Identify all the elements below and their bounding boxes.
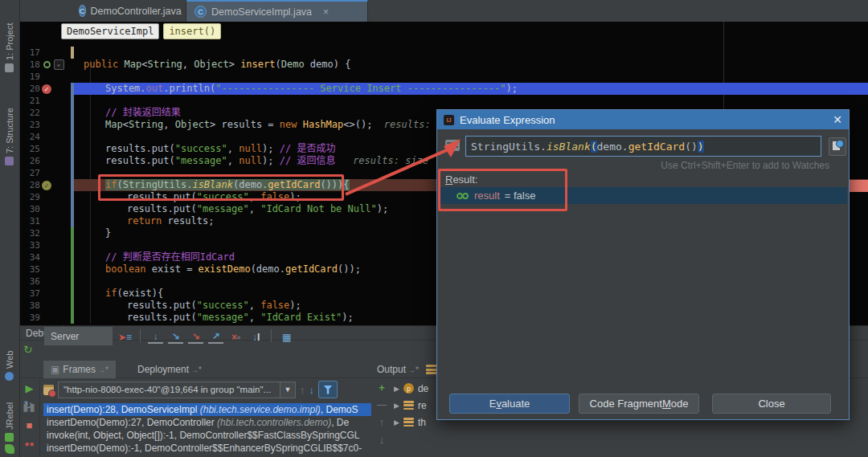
hide-library-frames-button[interactable]: [318, 381, 338, 398]
fold-slot: [53, 227, 64, 239]
result-row[interactable]: result = false: [439, 187, 847, 204]
left-toolwindow-bar: 1: Project 7: Structure Web JRebel: [0, 0, 20, 457]
step-into-icon[interactable]: ↘: [168, 328, 183, 344]
line-number: 30: [19, 203, 40, 215]
token: );: [342, 312, 353, 323]
step-over-icon[interactable]: ↓: [148, 328, 163, 344]
stack-frame-row[interactable]: insertDemo(Demo):27, DemoController (hbi…: [43, 416, 371, 429]
previous-frame-icon[interactable]: ↑: [300, 384, 305, 396]
expression-input[interactable]: StringUtils.isBlank(demo.getIdCard()): [465, 136, 821, 157]
token: ,: [182, 59, 194, 70]
frame-main: insertDemo(Demo):27, DemoController: [47, 417, 217, 428]
evaluate-expression-icon[interactable]: ▦: [279, 328, 294, 343]
gutter-icon-slot[interactable]: [40, 59, 53, 71]
tab-deployment[interactable]: Deployment→*: [130, 361, 209, 378]
code-line[interactable]: 17: [19, 47, 868, 59]
toolwindow-jrebel[interactable]: JRebel: [0, 395, 19, 442]
fold-slot[interactable]: ⌄: [53, 59, 64, 71]
gutter-icon-slot[interactable]: ✓: [40, 179, 53, 191]
rerun-icon[interactable]: ↻: [23, 343, 33, 356]
code-line[interactable]: 18⌄public Map<String, Object> insert(Dem…: [19, 59, 868, 71]
token: <: [123, 119, 129, 130]
close-icon[interactable]: ×: [323, 6, 329, 18]
token: insert: [240, 59, 275, 70]
code-line[interactable]: 20✓System.out.println("---------------- …: [19, 83, 868, 95]
tab-label: DemoServiceImpl.java: [211, 6, 312, 18]
line-number: 33: [19, 239, 40, 251]
resume-icon[interactable]: ▶: [26, 383, 34, 394]
ide-window: 1: Project 7: Structure Web JRebel C Dem…: [0, 0, 868, 457]
step-icons: ➤≡↓↘↘↗×▫↓I▦: [117, 328, 294, 344]
fold-icon[interactable]: ⌄: [54, 59, 64, 70]
line-number: 17: [19, 47, 40, 59]
stop-icon[interactable]: ■: [27, 420, 33, 431]
icon-part: ↘: [192, 331, 200, 342]
icon-part: ↓: [154, 331, 158, 342]
tab-democontroller[interactable]: C DemoController.java ×: [71, 0, 186, 22]
expand-icon[interactable]: ▶: [394, 418, 399, 426]
frames-icon: ▣: [51, 364, 59, 375]
close-button[interactable]: Close: [712, 394, 831, 414]
drop-frame-icon[interactable]: ×▫: [228, 328, 244, 343]
new-watch-icon[interactable]: +: [379, 382, 385, 394]
token: Demo: [281, 59, 305, 70]
fold-slot: [53, 179, 64, 191]
breadcrumb-class-chip[interactable]: DemoServiceImpl: [61, 23, 159, 39]
scroll-up-icon[interactable]: ↑: [379, 416, 385, 428]
gutter-icon-slot: [40, 95, 53, 107]
toolwindow-structure[interactable]: 7: Structure: [0, 95, 19, 165]
toolwindow-jrebel-label: JRebel: [5, 402, 14, 430]
toolwindow-web[interactable]: Web: [0, 344, 19, 381]
pause-icon[interactable]: ▮▮: [23, 402, 35, 413]
token: ,: [249, 312, 260, 323]
expression-token: getIdCard: [628, 141, 685, 153]
toolwindow-project[interactable]: 1: Project: [0, 10, 19, 72]
step-out-icon[interactable]: ↗: [208, 328, 223, 344]
thread-selector[interactable]: "http-nio-8080-exec-40"@19,664 in group …: [58, 382, 296, 398]
token: // 返回信息: [280, 155, 336, 166]
icon-part: I: [257, 332, 260, 343]
dialog-title-bar[interactable]: IJ Evaluate Expression ✕: [437, 110, 849, 129]
close-icon[interactable]: ✕: [833, 113, 842, 126]
code-line[interactable]: 19: [19, 71, 868, 83]
breakpoint-icon[interactable]: ✓: [42, 181, 51, 190]
gutter-icon-slot: [40, 119, 53, 131]
remove-icon[interactable]: —: [377, 399, 387, 410]
toolbar-separator: [271, 329, 272, 342]
run-to-cursor-icon[interactable]: ↓I: [248, 328, 264, 343]
evaluate-button[interactable]: Evaluate: [449, 394, 570, 414]
frame-tail: , DemoS: [321, 404, 358, 415]
token: demo) {: [305, 59, 351, 70]
server-tab[interactable]: Server: [44, 327, 113, 345]
watch-result-icon: [457, 192, 469, 200]
stack-frame-row[interactable]: insert(Demo):28, DemoServiceImpl (hbi.te…: [43, 403, 371, 416]
token: (demo.: [251, 263, 285, 275]
token: null: [239, 143, 262, 154]
code-fragment-mode-button[interactable]: Code Fragment Mode: [579, 394, 699, 414]
next-frame-icon[interactable]: ↓: [309, 384, 315, 396]
token: ,: [249, 191, 260, 202]
expand-icon[interactable]: ▶: [394, 385, 399, 393]
code-line[interactable]: 21: [19, 95, 868, 107]
breadcrumb-method-chip[interactable]: insert(): [163, 23, 221, 39]
line-number: 28: [19, 179, 40, 191]
tab-demoserviceimpl[interactable]: C DemoServiceImpl.java ×: [186, 0, 368, 22]
expand-icon[interactable]: ▶: [394, 402, 399, 410]
tab-output[interactable]: Output→*: [370, 361, 426, 378]
stack-frame-row[interactable]: invoke(int, Object, Object[]):-1, DemoCo…: [43, 429, 371, 442]
view-breakpoints-icon[interactable]: ●●: [24, 439, 34, 450]
show-execution-point-icon[interactable]: ➤≡: [117, 328, 133, 343]
code-text: [74, 95, 868, 107]
expression-token: (): [685, 141, 698, 153]
stack-frame-row[interactable]: insertDemo(Demo):-1, DemoController$$Enh…: [43, 442, 371, 455]
expression-history-button[interactable]: [829, 137, 846, 156]
token: (demo.: [233, 179, 268, 190]
tab-frames[interactable]: ▣ Frames→*: [43, 361, 116, 378]
scroll-down-icon[interactable]: ↓: [379, 434, 385, 446]
breakpoint-icon[interactable]: ✓: [42, 84, 51, 94]
chevron-down-icon[interactable]: ▼: [280, 382, 295, 398]
gutter-icon-slot: [40, 300, 53, 312]
gutter-icon-slot[interactable]: ✓: [40, 83, 53, 95]
force-step-into-icon[interactable]: ↘: [188, 328, 203, 344]
token: // 是否成功: [280, 143, 336, 154]
